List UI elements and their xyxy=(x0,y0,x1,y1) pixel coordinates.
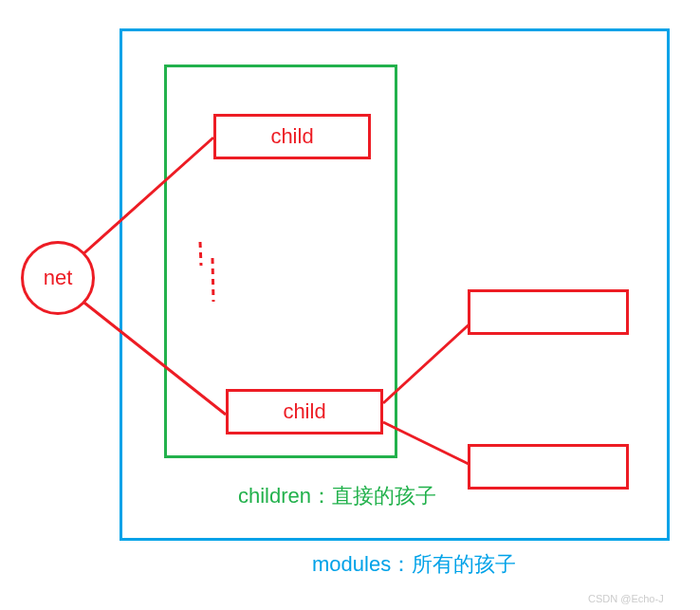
watermark: CSDN @Echo-J xyxy=(588,593,664,604)
child-label: child xyxy=(270,124,313,149)
children-label: children：直接的孩子 xyxy=(238,482,436,510)
child-label: child xyxy=(283,399,325,424)
net-label: net xyxy=(44,266,73,290)
grandchild-node-bottom xyxy=(468,444,629,490)
child-node-top: child xyxy=(213,114,371,159)
grandchild-node-top xyxy=(468,289,629,335)
net-node: net xyxy=(21,241,95,315)
child-node-bottom: child xyxy=(226,389,383,434)
modules-label: modules：所有的孩子 xyxy=(312,550,516,579)
